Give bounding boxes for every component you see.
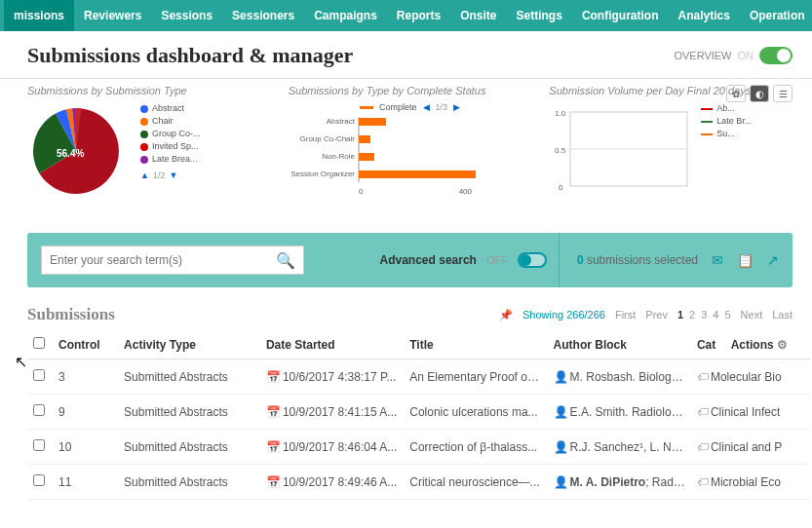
page-1[interactable]: 1 <box>677 309 683 321</box>
nav-configuration[interactable]: Configuration <box>572 0 669 31</box>
overview-toggle[interactable] <box>759 47 793 64</box>
user-icon: 👤 <box>554 370 568 384</box>
chart-settings-icon[interactable]: ✿ <box>726 85 746 102</box>
line-chart-svg: 1.0 0.5 0 <box>549 102 695 200</box>
svg-text:Non-Role: Non-Role <box>322 152 355 161</box>
search-input[interactable] <box>50 253 276 267</box>
row-checkbox[interactable] <box>33 369 45 381</box>
user-icon: 👤 <box>554 405 568 419</box>
gear-icon[interactable]: ⚙ <box>777 338 788 352</box>
table-row[interactable]: 3Submitted Abstracts📅10/6/2017 4:38:17 P… <box>27 359 810 395</box>
table-row[interactable]: 9Submitted Abstracts📅10/9/2017 8:41:15 A… <box>27 395 810 430</box>
svg-text:Session Organizer: Session Organizer <box>290 170 355 178</box>
svg-text:0.5: 0.5 <box>555 146 566 155</box>
svg-text:Group Co-Chair: Group Co-Chair <box>299 134 355 143</box>
col-cat[interactable]: Cat <box>691 330 725 359</box>
row-checkbox[interactable] <box>33 404 45 416</box>
page-5[interactable]: 5 <box>724 309 730 321</box>
clipboard-icon[interactable]: 📋 <box>737 252 754 268</box>
select-all-checkbox[interactable] <box>33 337 45 349</box>
pin-icon[interactable]: 📌 <box>499 309 513 321</box>
nav-operation[interactable]: Operation <box>740 0 812 31</box>
svg-rect-9 <box>359 170 476 178</box>
advanced-search[interactable]: Advanced search OFF <box>380 252 547 268</box>
nav-missions[interactable]: missions <box>4 0 74 31</box>
calendar-icon: 📅 <box>266 475 281 489</box>
submissions-header: Submissions 📌 Showing 266/266 First Prev… <box>0 287 812 330</box>
showing-count: Showing 266/266 <box>522 309 605 321</box>
chart-pie: Submissions by Submission Type 56.4% Abs… <box>27 85 271 206</box>
tag-icon: 🏷 <box>697 405 709 419</box>
export-icon[interactable]: ↗ <box>767 252 779 268</box>
chart-view-pie-icon[interactable]: ◐ <box>750 85 769 102</box>
col-date[interactable]: Date Started <box>260 330 404 359</box>
chart-view-list-icon[interactable]: ☰ <box>773 85 793 102</box>
pie-chart-svg: 56.4% <box>27 102 135 200</box>
chart-legend: Ab...Late Br...Su... <box>701 102 752 206</box>
selection-count: 0 submissions selected ✉ 📋 ↗ <box>559 233 779 287</box>
nav-reviewers[interactable]: Reviewers <box>74 0 151 31</box>
nav-sessioners[interactable]: Sessioners <box>222 0 304 31</box>
search-icon[interactable]: 🔍 <box>276 251 295 270</box>
chart-bars: Submissions by Type by Complete Status C… <box>289 85 532 206</box>
svg-text:Abstract: Abstract <box>326 117 355 126</box>
nav-onsite[interactable]: Onsite <box>450 0 506 31</box>
top-nav: missionsReviewersSessionsSessionersCampa… <box>0 0 812 31</box>
page-2[interactable]: 2 <box>689 309 695 321</box>
svg-text:1.0: 1.0 <box>555 109 566 118</box>
row-checkbox[interactable] <box>33 439 45 451</box>
chart-title: Submissions by Submission Type <box>27 85 271 96</box>
col-author[interactable]: Author Block <box>548 330 691 359</box>
bar-chart-svg: Abstract Group Co-Chair Non-Role Session… <box>289 112 483 198</box>
overview-label: OVERVIEW <box>674 50 731 61</box>
nav-analytics[interactable]: Analytics <box>669 0 740 31</box>
page-next[interactable]: Next <box>741 309 763 321</box>
advanced-toggle[interactable] <box>518 252 547 268</box>
calendar-icon: 📅 <box>266 405 281 419</box>
search-box: 🔍 <box>41 245 304 275</box>
user-icon: 👤 <box>554 475 568 489</box>
page-last[interactable]: Last <box>772 309 793 321</box>
col-activity[interactable]: Activity Type <box>118 330 260 359</box>
cursor-icon: ↖ <box>15 353 27 371</box>
chart-legend: AbstractChairGroup Co-...Invited Sp...La… <box>140 102 201 206</box>
calendar-icon: 📅 <box>266 440 281 454</box>
row-checkbox[interactable] <box>33 474 45 486</box>
svg-text:0: 0 <box>359 187 364 196</box>
calendar-icon: 📅 <box>266 370 281 384</box>
page-prev[interactable]: Prev <box>645 309 668 321</box>
svg-rect-7 <box>359 135 370 143</box>
col-actions[interactable]: Actions ⚙ <box>725 330 810 359</box>
page-3[interactable]: 3 <box>701 309 707 321</box>
nav-reports[interactable]: Reports <box>387 0 450 31</box>
svg-text:400: 400 <box>458 187 472 196</box>
svg-rect-8 <box>359 153 374 161</box>
svg-rect-6 <box>359 118 386 126</box>
page-title: Submissions dashboard & manager <box>27 43 353 68</box>
col-title[interactable]: Title <box>404 330 547 359</box>
search-bar: 🔍 Advanced search OFF 0 submissions sele… <box>27 233 793 287</box>
tag-icon: 🏷 <box>697 475 709 489</box>
nav-sessions[interactable]: Sessions <box>151 0 222 31</box>
charts-panel: ✿ ◐ ☰ Submissions by Submission Type 56.… <box>0 78 812 215</box>
page-4[interactable]: 4 <box>713 309 718 321</box>
page-header: Submissions dashboard & manager OVERVIEW… <box>0 31 812 78</box>
svg-text:0: 0 <box>559 183 563 192</box>
tag-icon: 🏷 <box>697 440 709 454</box>
table-row[interactable]: 11Submitted Abstracts📅10/9/2017 8:49:46 … <box>27 465 810 500</box>
col-control[interactable]: Control <box>53 330 118 359</box>
mail-icon[interactable]: ✉ <box>712 252 723 268</box>
chart-title: Submissions by Type by Complete Status <box>289 85 532 96</box>
pagination: 📌 Showing 266/266 First Prev 12345 Next … <box>499 309 793 321</box>
nav-settings[interactable]: Settings <box>507 0 572 31</box>
table-row[interactable]: 10Submitted Abstracts📅10/9/2017 8:46:04 … <box>27 430 810 465</box>
page-first[interactable]: First <box>615 309 636 321</box>
chart-line: Submission Volume per Day Final 20 days … <box>549 85 793 206</box>
nav-campaigns[interactable]: Campaigns <box>304 0 387 31</box>
submissions-title: Submissions <box>27 305 115 324</box>
tag-icon: 🏷 <box>697 370 709 384</box>
on-label: ON <box>738 50 754 61</box>
submissions-table: Control Activity Type Date Started Title… <box>27 330 810 500</box>
user-icon: 👤 <box>554 440 568 454</box>
svg-text:56.4%: 56.4% <box>57 148 84 159</box>
